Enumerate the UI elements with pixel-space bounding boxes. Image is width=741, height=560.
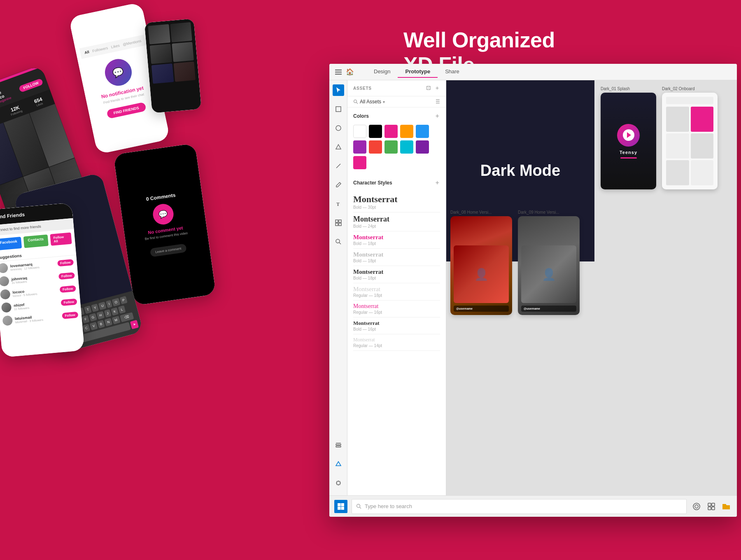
svg-point-19 xyxy=(354,100,357,103)
char-style-bold16: Montserrat Bold — 16pt xyxy=(353,317,440,334)
svg-point-28 xyxy=(695,505,698,508)
color-swatch-blue[interactable] xyxy=(416,125,429,138)
xd-canvas: Dark Mode Dark_01 Splash Tee xyxy=(446,80,737,495)
taskbar-search-text: Type here to search xyxy=(365,503,412,509)
tool-triangle[interactable] xyxy=(333,141,344,153)
hamburger-menu[interactable] xyxy=(335,70,342,75)
assets-filter-text: All Assets xyxy=(360,99,381,105)
color-swatch-black[interactable] xyxy=(369,125,382,138)
svg-marker-2 xyxy=(336,145,341,149)
color-swatch-green[interactable] xyxy=(384,140,398,154)
svg-line-9 xyxy=(339,243,341,244)
xd-tabs: Design Prototype Share xyxy=(366,66,467,78)
search-icon xyxy=(353,99,358,104)
color-swatch-red[interactable] xyxy=(369,140,382,154)
colors-section: Colors ＋ xyxy=(347,107,446,123)
xd-top-nav: 🏠 Design Prototype Share xyxy=(329,64,737,80)
svg-rect-23 xyxy=(338,506,341,510)
add-color-icon[interactable]: ＋ xyxy=(434,112,440,120)
char-styles-section: Character Styles ＋ xyxy=(347,174,446,190)
tool-component[interactable] xyxy=(333,217,344,229)
assets-title: ASSETS xyxy=(353,86,372,91)
tool-rectangle[interactable] xyxy=(333,103,344,115)
svg-point-1 xyxy=(336,126,341,131)
svg-rect-11 xyxy=(336,446,341,447)
svg-rect-30 xyxy=(712,503,715,506)
assets-add-icon[interactable]: ＋ xyxy=(434,84,440,92)
assets-list-icon[interactable]: ☰ xyxy=(436,99,440,105)
char-styles-list: Montserrat Bold — 30pt Montserrat Bold —… xyxy=(347,190,446,352)
svg-point-27 xyxy=(693,503,700,510)
tool-type[interactable]: T xyxy=(333,198,344,210)
svg-rect-4 xyxy=(336,220,338,222)
char-style-bold18-pink: Montserrat Bold — 18pt xyxy=(353,231,440,249)
char-style-bold18: Montserrat Bold — 18pt xyxy=(353,266,440,283)
svg-rect-6 xyxy=(336,223,338,226)
thumb-dark02: Dark_02 Onboard xyxy=(662,86,718,189)
colors-grid xyxy=(347,123,446,174)
color-swatch-pink2[interactable] xyxy=(353,156,366,169)
assets-panel: ASSETS ⊡ ＋ All Assets ▾ ☰ Colors ＋ xyxy=(347,80,446,495)
svg-rect-29 xyxy=(708,503,711,506)
svg-rect-14 xyxy=(337,481,340,485)
dropdown-arrow-icon: ▾ xyxy=(383,100,385,104)
color-swatch-dark-purple[interactable] xyxy=(416,140,429,154)
screen-thumbnails-top: Dark_01 Splash Teensy xyxy=(597,82,722,194)
taskbar-right-icons xyxy=(691,501,732,512)
tool-pen[interactable] xyxy=(333,160,344,172)
color-swatch-purple[interactable] xyxy=(353,140,366,154)
svg-rect-24 xyxy=(341,506,345,510)
tool-brush[interactable] xyxy=(333,179,344,191)
tool-ellipse[interactable] xyxy=(333,122,344,134)
taskbar-search-icon xyxy=(356,504,361,509)
xd-left-toolbar: T xyxy=(329,80,347,495)
svg-rect-0 xyxy=(336,107,341,112)
tool-assets[interactable] xyxy=(333,458,344,470)
assets-content: Colors ＋ Char xyxy=(347,107,446,495)
color-swatch-cyan[interactable] xyxy=(400,140,413,154)
tab-design[interactable]: Design xyxy=(366,66,398,78)
char-style-reg18-gray: Montserrat Regular — 18pt xyxy=(353,283,440,301)
taskbar-folder-icon[interactable] xyxy=(720,501,732,512)
taskbar-task-view-icon[interactable] xyxy=(706,501,717,512)
tool-select[interactable] xyxy=(333,84,344,96)
add-char-style-icon[interactable]: ＋ xyxy=(434,179,440,187)
svg-rect-5 xyxy=(339,220,341,222)
thumb-dark09: Dark_09 Home Versi... 👤 @username xyxy=(518,210,580,315)
svg-rect-7 xyxy=(339,223,341,226)
windows-icon xyxy=(337,503,345,510)
svg-line-20 xyxy=(357,103,358,104)
color-swatch-orange[interactable] xyxy=(400,125,413,138)
start-button[interactable] xyxy=(334,500,347,513)
taskbar-cortana-icon[interactable] xyxy=(691,501,702,512)
svg-rect-31 xyxy=(708,507,711,510)
headline-line1: Well Organized xyxy=(403,28,555,53)
assets-header: ASSETS ⊡ ＋ xyxy=(347,80,446,96)
color-swatch-white[interactable] xyxy=(353,125,366,138)
svg-rect-12 xyxy=(336,443,341,443)
svg-rect-32 xyxy=(712,507,715,510)
color-swatch-pink[interactable] xyxy=(384,125,398,138)
svg-line-26 xyxy=(360,507,361,509)
tab-share[interactable]: Share xyxy=(438,66,467,78)
xd-taskbar: Type here to search xyxy=(329,495,737,517)
svg-marker-13 xyxy=(336,462,341,466)
home-icon[interactable]: 🏠 xyxy=(346,68,354,76)
screen-thumbnails-bottom: Dark_08 Home Versi... 👤 @username xyxy=(446,206,584,319)
assets-dropdown[interactable]: All Assets ▾ ☰ xyxy=(347,96,446,107)
char-style-bold30: Montserrat Bold — 30pt xyxy=(353,191,440,212)
dark-mode-label: Dark Mode xyxy=(480,161,560,180)
tool-layers[interactable] xyxy=(333,439,344,451)
svg-point-25 xyxy=(357,504,360,508)
svg-rect-21 xyxy=(338,503,341,506)
teensy-label: Teensy xyxy=(620,150,637,155)
svg-rect-10 xyxy=(336,444,341,445)
tool-zoom[interactable] xyxy=(333,236,344,247)
char-style-reg16-pink: Montserrat Regular — 16pt xyxy=(353,301,440,317)
svg-point-8 xyxy=(336,239,340,243)
xd-window: 🏠 Design Prototype Share xyxy=(329,64,737,517)
taskbar-search-bar[interactable]: Type here to search xyxy=(352,499,687,514)
tool-plugins[interactable] xyxy=(333,477,344,489)
tab-prototype[interactable]: Prototype xyxy=(398,66,438,78)
assets-copy-icon[interactable]: ⊡ xyxy=(426,84,431,92)
